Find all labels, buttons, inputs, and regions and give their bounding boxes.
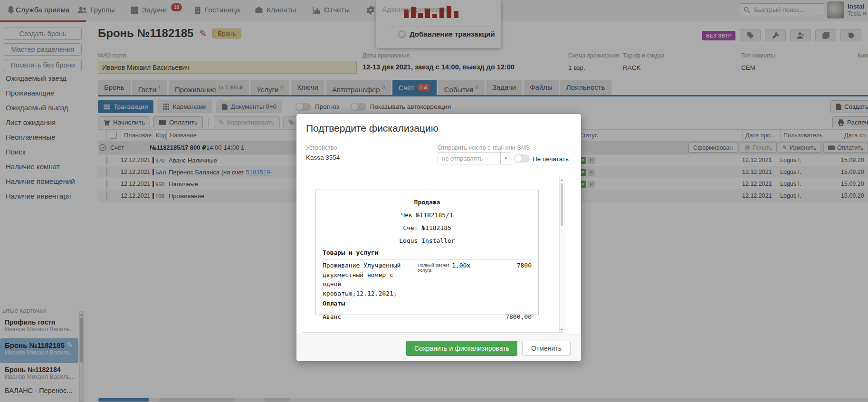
divider xyxy=(323,310,532,310)
receipt-item-meta: Полный расчёт Услуга xyxy=(418,261,452,298)
receipt-payment-amount: 7800,00 xyxy=(506,312,532,322)
receipt-payment-name: Аванс xyxy=(323,312,341,322)
divider xyxy=(323,259,532,259)
app-window: Служба приёма Группы Задачи 10 Гостиница… xyxy=(0,0,868,402)
receipt-preview: Продажа Чек №1182185/1 Счёт №1182185 Log… xyxy=(315,190,539,315)
chevron-down-icon: ▾ xyxy=(500,153,511,164)
modal-footer: Сохранить и фискализировать Отменить xyxy=(296,335,581,361)
receipt-item-amount: 7800 xyxy=(480,261,532,298)
receipt-check-number: Чек №1182185/1 xyxy=(323,209,532,221)
receipt-goods-header: Товары и услуги xyxy=(323,247,532,258)
no-print-toggle[interactable] xyxy=(514,154,530,163)
fiscalization-modal: Подтвердите фискализацию Устройство Kass… xyxy=(296,114,581,361)
receipt-payments-header: Оплаты xyxy=(323,298,532,309)
receipt-item-qty: 1,00x xyxy=(452,261,480,298)
receipt-vendor: Logus Installer xyxy=(323,234,532,247)
device-value: Kassa 3554 xyxy=(306,154,340,161)
receipt-preview-container: Продажа Чек №1182185/1 Счёт №1182185 Log… xyxy=(302,177,564,333)
send-receipt-label: Отправить чек по e-mail или SMS xyxy=(438,144,530,151)
no-print-label: Не печатать xyxy=(533,155,569,163)
receipt-payment-row: Аванс 7800,00 xyxy=(323,312,532,322)
send-receipt-select[interactable]: не отправлять ▾ xyxy=(438,152,511,164)
receipt-item-name: Проживание Улучшенный двухместный номер … xyxy=(323,261,418,298)
device-label: Устройство xyxy=(306,144,337,151)
receipt-title: Продажа xyxy=(323,196,532,209)
receipt-scrollbar[interactable]: ▲ ▼ xyxy=(559,177,564,332)
save-and-fiscalize-button[interactable]: Сохранить и фискализировать xyxy=(406,341,517,356)
receipt-item-row: Проживание Улучшенный двухместный номер … xyxy=(323,261,532,298)
receipt-account-number: Счёт №1182185 xyxy=(323,221,532,234)
cancel-button[interactable]: Отменить xyxy=(522,341,571,356)
modal-title: Подтвердите фискализацию xyxy=(306,123,439,134)
send-receipt-value: не отправлять xyxy=(442,155,483,162)
